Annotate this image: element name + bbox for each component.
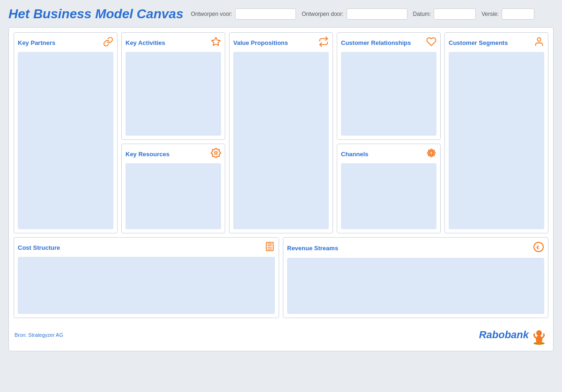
page-title: Het Business Model Canvas <box>8 7 183 22</box>
page: Het Business Model Canvas Ontworpen voor… <box>0 0 562 356</box>
key-partners-title: Key Partners <box>18 39 55 46</box>
svg-point-26 <box>536 330 542 336</box>
versie-input[interactable] <box>502 8 534 20</box>
svg-point-8 <box>433 154 435 156</box>
header: Het Business Model Canvas Ontworpen voor… <box>8 7 554 22</box>
key-activities-resources-col: Key Activities Key Resources <box>121 32 225 233</box>
customer-segments-title: Customer Segments <box>449 39 508 46</box>
key-resources-content <box>126 163 221 229</box>
footer-source: Bron: Strategyzer AG <box>15 332 63 338</box>
customer-relationships-channels-col: Customer Relationships Channels <box>337 32 441 233</box>
key-resources-header: Key Resources <box>126 148 221 160</box>
channels-content <box>341 163 436 229</box>
channels-title: Channels <box>341 151 369 158</box>
customer-segments-content <box>449 52 544 229</box>
versie-label: Versie: <box>481 11 499 17</box>
svg-point-6 <box>434 152 436 154</box>
cost-structure-header: Cost Structure <box>18 241 275 254</box>
revenue-streams-header: Revenue Streams € <box>287 241 544 255</box>
ontworpen-voor-label: Ontworpen voor: <box>191 11 232 17</box>
key-partners-box[interactable]: Key Partners <box>14 32 118 233</box>
svg-point-25 <box>536 335 542 344</box>
cost-structure-title: Cost Structure <box>18 244 60 251</box>
svg-point-11 <box>537 38 540 41</box>
calc-icon <box>265 241 275 254</box>
value-propositions-box[interactable]: Value Propositions <box>229 32 333 233</box>
ontworpen-voor-input[interactable] <box>235 8 296 20</box>
value-propositions-content <box>233 52 329 229</box>
canvas-container: Key Partners Key Activiti <box>8 27 554 351</box>
channels-box[interactable]: Channels <box>337 144 441 233</box>
ontworpen-voor-field: Ontworpen voor: <box>191 8 296 20</box>
star-icon <box>211 36 221 49</box>
svg-point-3 <box>430 149 432 151</box>
arrows-icon <box>318 36 329 49</box>
customer-relationships-header: Customer Relationships <box>341 36 436 49</box>
svg-point-9 <box>433 150 435 152</box>
datum-input[interactable] <box>434 8 476 20</box>
bottom-grid: Cost Structure <box>14 237 548 318</box>
key-resources-box[interactable]: Key Resources <box>121 144 225 233</box>
svg-point-2 <box>430 152 433 155</box>
key-resources-title: Key Resources <box>126 151 170 158</box>
svg-point-10 <box>429 154 430 156</box>
flower-icon <box>426 148 436 160</box>
svg-point-7 <box>429 150 430 152</box>
euro-icon: € <box>533 241 544 255</box>
key-activities-content <box>126 52 221 136</box>
rabobank-logo-text: Rabobank <box>479 329 529 341</box>
svg-point-1 <box>214 152 217 155</box>
svg-text:€: € <box>537 245 540 250</box>
person-icon <box>534 36 544 49</box>
key-partners-header: Key Partners <box>18 36 113 49</box>
cost-structure-content <box>18 257 275 314</box>
top-grid: Key Partners Key Activiti <box>14 32 548 233</box>
footer: Bron: Strategyzer AG Rabobank <box>14 322 548 346</box>
channels-header: Channels <box>341 148 436 160</box>
key-activities-header: Key Activities <box>126 36 221 49</box>
footer-logo: Rabobank <box>479 325 547 345</box>
key-partners-content <box>18 52 113 229</box>
link-icon <box>103 36 113 49</box>
customer-relationships-content <box>341 52 436 136</box>
svg-point-4 <box>430 155 432 157</box>
customer-relationships-box[interactable]: Customer Relationships <box>337 32 441 140</box>
customer-segments-header: Customer Segments <box>449 36 544 49</box>
value-propositions-header: Value Propositions <box>233 36 329 49</box>
svg-marker-0 <box>212 37 220 45</box>
datum-field: Datum: <box>413 8 476 20</box>
revenue-streams-title: Revenue Streams <box>287 245 338 252</box>
datum-label: Datum: <box>413 11 431 17</box>
customer-segments-col: Customer Segments <box>444 32 548 233</box>
value-propositions-col: Value Propositions <box>229 32 333 233</box>
header-fields: Ontworpen voor: Ontworpen door: Datum: V… <box>191 8 554 20</box>
rabobank-figure-icon <box>531 325 547 345</box>
ontworpen-door-field: Ontworpen door: <box>302 8 407 20</box>
key-activities-box[interactable]: Key Activities <box>121 32 225 140</box>
ontworpen-door-input[interactable] <box>347 8 407 20</box>
key-activities-title: Key Activities <box>126 39 165 46</box>
key-partners-col: Key Partners <box>14 32 118 233</box>
svg-point-5 <box>428 152 429 154</box>
ontworpen-door-label: Ontworpen door: <box>302 11 343 17</box>
revenue-streams-content <box>287 258 544 314</box>
customer-relationships-title: Customer Relationships <box>341 39 411 46</box>
value-propositions-title: Value Propositions <box>233 39 288 46</box>
customer-segments-box[interactable]: Customer Segments <box>444 32 548 233</box>
versie-field: Versie: <box>481 8 534 20</box>
svg-rect-12 <box>266 242 274 251</box>
cost-structure-box[interactable]: Cost Structure <box>14 237 279 318</box>
revenue-streams-box[interactable]: Revenue Streams € <box>283 237 548 318</box>
gear-icon <box>211 148 221 160</box>
heart-icon <box>426 36 436 49</box>
